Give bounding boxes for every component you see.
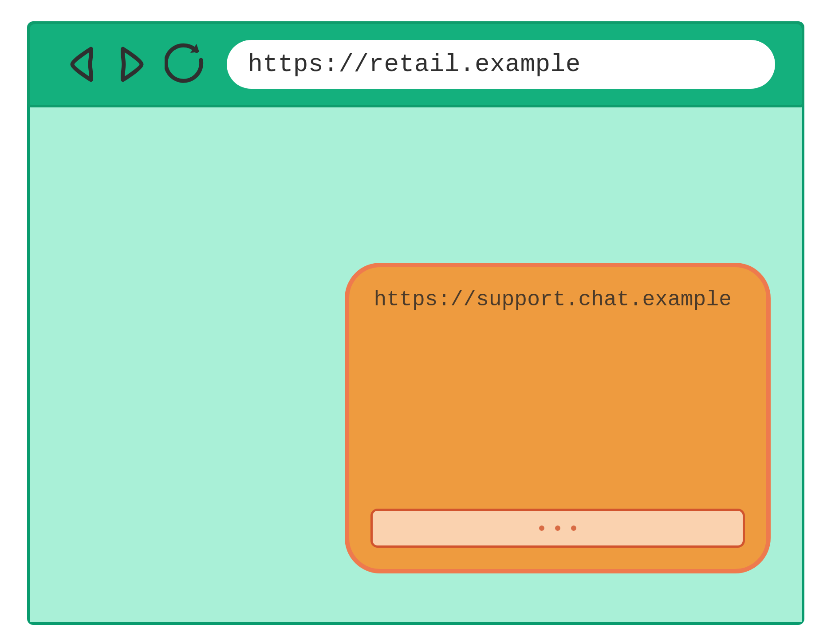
chat-input[interactable]	[370, 509, 745, 548]
page-viewport: https://support.chat.example	[30, 107, 802, 622]
browser-toolbar: https://retail.example	[27, 21, 804, 107]
chat-iframe: https://support.chat.example	[345, 263, 771, 573]
nav-button-group	[65, 42, 209, 87]
typing-dot-icon	[555, 525, 560, 531]
reload-icon[interactable]	[165, 42, 209, 87]
back-icon[interactable]	[65, 44, 99, 84]
forward-icon[interactable]	[115, 44, 149, 84]
typing-dot-icon	[539, 525, 544, 531]
address-bar[interactable]: https://retail.example	[227, 40, 775, 89]
browser-window: https://retail.example https://support.c…	[27, 21, 804, 625]
chat-origin-label: https://support.chat.example	[374, 288, 745, 312]
address-bar-url: https://retail.example	[248, 50, 581, 79]
typing-dot-icon	[571, 525, 576, 531]
